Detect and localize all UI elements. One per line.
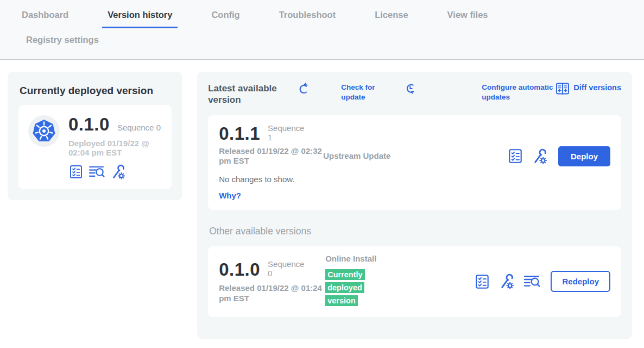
latest-available-title: Latest available version bbox=[208, 83, 291, 106]
currently-deployed-badge: Currently deployed version bbox=[325, 269, 364, 306]
other-sequence-label: Sequence 0 bbox=[268, 259, 310, 278]
deployed-version-number: 0.1.0 bbox=[68, 114, 110, 135]
nav-row-secondary: Registry settings bbox=[16, 28, 644, 59]
edit-config-icon[interactable] bbox=[532, 148, 548, 165]
refresh-icon bbox=[297, 82, 337, 94]
main-content: Currently deployed version 0.1.0 Sequenc… bbox=[0, 60, 644, 339]
kubernetes-logo-icon bbox=[28, 115, 60, 147]
other-source-label: Online Install bbox=[325, 254, 385, 264]
deployed-version-card: 0.1.0 Sequence 0 Deployed 01/19/22 @ 02:… bbox=[18, 105, 172, 189]
deploy-button[interactable]: Deploy bbox=[558, 146, 610, 166]
latest-released-timestamp: Released 01/19/22 @ 02:32 pm EST bbox=[219, 146, 323, 167]
redeploy-button[interactable]: Redeploy bbox=[551, 271, 610, 292]
diff-versions-link[interactable]: Diff versions bbox=[555, 83, 621, 95]
tab-view-files[interactable]: View files bbox=[442, 8, 494, 27]
why-link[interactable]: Why? bbox=[219, 191, 610, 200]
tab-registry-settings[interactable]: Registry settings bbox=[21, 33, 104, 52]
preflight-checklist-icon[interactable] bbox=[474, 274, 490, 290]
top-navbar: Dashboard Version history Config Trouble… bbox=[0, 0, 644, 60]
tab-config[interactable]: Config bbox=[206, 8, 245, 27]
configure-automatic-updates-link[interactable]: Configure automatic updates bbox=[404, 83, 555, 102]
latest-source-label: Upstream Update bbox=[323, 151, 405, 161]
edit-config-icon[interactable] bbox=[498, 273, 515, 290]
deployed-timestamp: Deployed 01/19/22 @ 02:04 pm EST bbox=[68, 139, 162, 157]
diff-versions-label: Diff versions bbox=[573, 83, 621, 93]
other-source-block: Online Install Currently deployed versio… bbox=[325, 254, 389, 307]
latest-version-number: 0.1.1 bbox=[219, 123, 260, 144]
version-history-panel: Latest available version Check for updat… bbox=[197, 72, 632, 339]
tab-license[interactable]: License bbox=[369, 8, 413, 27]
other-version-number: 0.1.0 bbox=[219, 259, 260, 280]
other-version-card: 0.1.0 Sequence 0 Released 01/19/22 @ 01:… bbox=[208, 246, 621, 317]
preflight-checklist-icon[interactable] bbox=[68, 164, 84, 179]
currently-deployed-panel: Currently deployed version 0.1.0 Sequenc… bbox=[8, 72, 182, 200]
deploy-logs-icon[interactable] bbox=[523, 274, 541, 289]
preflight-checklist-icon[interactable] bbox=[507, 148, 523, 164]
check-for-update-label: Check for update bbox=[341, 83, 381, 102]
no-changes-text: No changes to show. bbox=[219, 175, 610, 184]
other-version-info: 0.1.0 Sequence 0 Released 01/19/22 @ 01:… bbox=[219, 259, 325, 304]
edit-config-icon[interactable] bbox=[110, 164, 127, 180]
tab-troubleshoot[interactable]: Troubleshoot bbox=[274, 8, 342, 27]
other-available-versions-title: Other available versions bbox=[209, 226, 621, 237]
schedule-refresh-icon bbox=[404, 82, 478, 95]
deployed-version-info: 0.1.0 Sequence 0 Deployed 01/19/22 @ 02:… bbox=[68, 114, 162, 180]
latest-available-header: Latest available version Check for updat… bbox=[208, 83, 621, 106]
check-for-update-link[interactable]: Check for update bbox=[297, 83, 381, 102]
deploy-logs-icon[interactable] bbox=[89, 165, 105, 179]
latest-sequence-label: Sequence 1 bbox=[268, 123, 310, 142]
nav-row-primary: Dashboard Version history Config Trouble… bbox=[16, 8, 644, 28]
latest-version-card: 0.1.1 Sequence 1 Released 01/19/22 @ 02:… bbox=[208, 115, 621, 210]
tab-version-history[interactable]: Version history bbox=[102, 8, 178, 28]
currently-deployed-title: Currently deployed version bbox=[20, 85, 172, 97]
diff-icon bbox=[555, 82, 570, 95]
deployed-sequence-label: Sequence 0 bbox=[117, 123, 161, 132]
tab-dashboard[interactable]: Dashboard bbox=[16, 8, 74, 27]
other-released-timestamp: Released 01/19/22 @ 01:24 pm EST bbox=[219, 283, 323, 304]
configure-automatic-updates-label: Configure automatic updates bbox=[482, 83, 555, 102]
